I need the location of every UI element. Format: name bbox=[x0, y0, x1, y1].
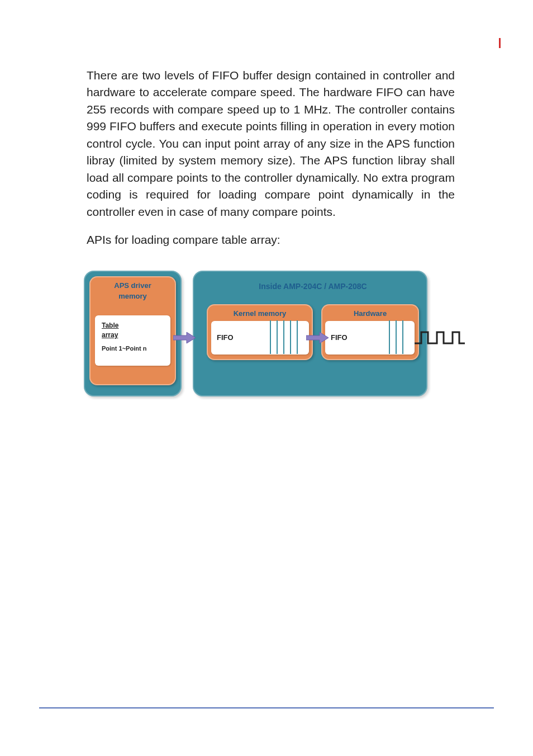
fifo-slot bbox=[402, 320, 409, 354]
point-range-label: Point 1~Point n bbox=[102, 344, 164, 353]
table-array-box: Table array Point 1~Point n bbox=[95, 315, 170, 366]
hardware-fifo-box: FIFO bbox=[325, 321, 415, 355]
hardware-title: Hardware bbox=[321, 304, 419, 319]
api-heading: APIs for loading compare table array: bbox=[87, 231, 455, 248]
kernel-memory-title: Kernel memory bbox=[207, 304, 313, 319]
fifo-slot bbox=[297, 320, 303, 354]
footer-divider bbox=[39, 706, 494, 708]
hardware-fifo-slots bbox=[389, 321, 409, 355]
fifo-diagram: APS driver memory Table array Point 1~Po… bbox=[84, 265, 464, 405]
fifo-slot bbox=[270, 320, 277, 354]
fifo-slot bbox=[277, 320, 283, 354]
hardware-fifo-label: FIFO bbox=[331, 333, 348, 343]
fifo-slot bbox=[396, 320, 402, 354]
arrow-icon bbox=[173, 331, 196, 344]
fifo-slot bbox=[283, 320, 290, 354]
aps-title-line1: APS driver bbox=[114, 281, 151, 290]
kernel-fifo-label: FIFO bbox=[217, 333, 234, 343]
pulse-output-icon bbox=[415, 329, 465, 346]
inside-controller-title: Inside AMP-204C / AMP-208C bbox=[229, 282, 397, 291]
fifo-slot bbox=[389, 320, 396, 354]
arrow-icon bbox=[306, 331, 329, 344]
body-paragraph: There are two levels of FIFO buffer desi… bbox=[87, 67, 455, 220]
array-label: array bbox=[102, 330, 164, 340]
table-label: Table bbox=[102, 321, 164, 330]
page-content: There are two levels of FIFO buffer desi… bbox=[0, 0, 533, 405]
kernel-fifo-box: FIFO bbox=[211, 321, 309, 355]
fifo-slot bbox=[290, 320, 297, 354]
aps-driver-title: APS driver memory bbox=[89, 276, 176, 301]
aps-title-line2: memory bbox=[118, 292, 147, 300]
kernel-fifo-slots bbox=[270, 321, 303, 355]
